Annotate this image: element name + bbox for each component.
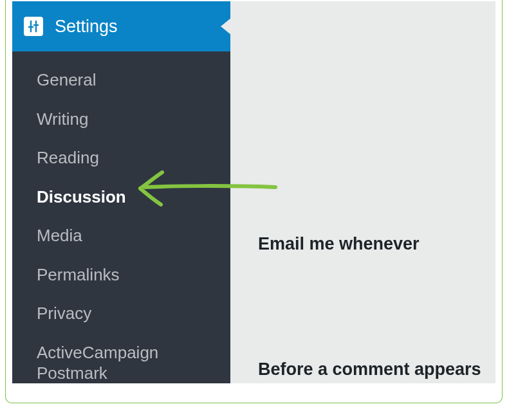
email-me-whenever-heading: Email me whenever	[258, 234, 420, 254]
sidebar-item-reading[interactable]: Reading	[12, 138, 230, 178]
settings-content-area: Email me whenever Before a comment appea…	[230, 1, 495, 383]
open-flyout-arrow-icon	[221, 18, 231, 35]
screenshot-frame: Settings General Writing Reading Discuss…	[5, 0, 503, 403]
sidebar-item-permalinks[interactable]: Permalinks	[12, 255, 230, 295]
sidebar-items: General Writing Reading Discussion Media…	[12, 51, 230, 383]
sidebar-item-writing[interactable]: Writing	[12, 100, 230, 139]
sidebar-item-general[interactable]: General	[12, 60, 230, 100]
sidebar-item-privacy[interactable]: Privacy	[12, 294, 230, 333]
sidebar-item-media[interactable]: Media	[12, 216, 230, 255]
settings-sliders-icon	[24, 17, 43, 36]
sidebar-header-label: Settings	[55, 17, 118, 37]
sidebar-header-settings[interactable]: Settings	[12, 1, 230, 51]
sidebar-item-activecampaign-postmark[interactable]: ActiveCampaign Postmark	[12, 333, 230, 384]
before-comment-appears-heading: Before a comment appears	[258, 360, 481, 379]
screenshot-inner: Settings General Writing Reading Discuss…	[12, 1, 495, 383]
admin-sidebar: Settings General Writing Reading Discuss…	[12, 1, 230, 383]
sidebar-item-discussion[interactable]: Discussion	[12, 178, 230, 217]
